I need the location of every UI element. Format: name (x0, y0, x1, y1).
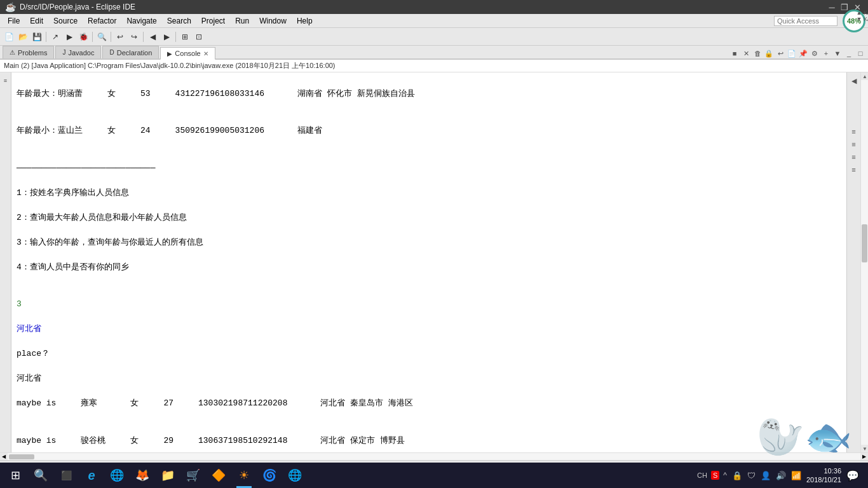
toolbar-search[interactable]: 🔍 (95, 30, 108, 43)
app3-icon: 🌐 (288, 468, 302, 482)
side-btn-1[interactable]: ≡ (0, 75, 11, 86)
side-right-btn-3[interactable]: ≡ (848, 139, 860, 150)
app2-icon: 🌀 (262, 468, 276, 482)
side-right-btn-2[interactable]: ≡ (848, 126, 860, 137)
tab-declaration[interactable]: D Declaration (102, 46, 159, 58)
menu-refactor[interactable]: Refactor (83, 14, 121, 27)
console-minimize[interactable]: _ (844, 48, 854, 58)
tray-ch[interactable]: CH (696, 470, 709, 480)
tray-wifi[interactable]: 📶 (790, 470, 803, 482)
taskbar-edge[interactable]: 🌐 (104, 463, 130, 488)
menu-file[interactable]: File (3, 14, 25, 27)
taskbar-edge-legacy[interactable]: e (79, 463, 104, 488)
console-line: place？ (17, 348, 841, 360)
tab-console[interactable]: ▶ Console ✕ (160, 47, 215, 60)
tray-volume[interactable]: 🔊 (775, 470, 787, 482)
toolbar-layouts[interactable]: ⊡ (193, 30, 205, 43)
search-icon: 🔍 (34, 468, 48, 482)
tray-expand[interactable]: ^ (722, 470, 728, 481)
taskbar-right: CH S ^ 🔒 🛡 👤 🔊 📶 10:36 2018/10/21 💬 (696, 466, 865, 485)
h-scroll-track[interactable] (9, 454, 859, 459)
toolbar-perspectives[interactable]: ⊞ (179, 30, 191, 43)
console-clear[interactable]: 🗑 (752, 48, 763, 58)
app1-icon: 🔶 (212, 468, 226, 482)
console-close2[interactable]: ✕ (741, 48, 751, 58)
toolbar-debug[interactable]: 🐞 (77, 30, 90, 43)
h-scroll-thumb[interactable] (9, 454, 34, 459)
tray-shield[interactable]: 🛡 (746, 470, 757, 482)
notification-button[interactable]: 💬 (845, 468, 860, 483)
tray-icons: CH S ^ 🔒 🛡 👤 🔊 📶 (696, 470, 803, 482)
tray-network[interactable]: 🔒 (731, 470, 743, 482)
tab-console-close[interactable]: ✕ (203, 50, 208, 57)
toolbar-run[interactable]: ▶ (63, 30, 76, 43)
side-right-btn-5[interactable]: ≡ (848, 164, 860, 175)
side-right-btn-1[interactable]: ◀ (848, 75, 860, 86)
taskbar-app2[interactable]: 🌀 (257, 463, 282, 488)
left-side-panel: ≡ (0, 72, 11, 452)
taskbar-app1[interactable]: 🔶 (206, 463, 231, 488)
tray-s[interactable]: S (711, 471, 719, 480)
javadoc-icon: J (62, 49, 65, 56)
taskbar-task-view[interactable]: ⬛ (53, 463, 79, 488)
clock-date: 2018/10/21 (806, 475, 841, 484)
console-scroll-lock[interactable]: 🔒 (764, 48, 774, 58)
scroll-down-arrow[interactable]: ▼ (861, 445, 868, 452)
taskbar-explorer[interactable]: 📁 (155, 463, 180, 488)
tray-users[interactable]: 👤 (759, 470, 772, 482)
console-settings[interactable]: ⚙ (810, 48, 820, 58)
console-line: 年龄最大：明涵蕾 女 53 431227196108033146 湖南省 怀化市… (17, 88, 841, 100)
toolbar-undo[interactable]: ↩ (114, 30, 126, 43)
scroll-thumb[interactable] (862, 224, 867, 262)
toolbar-save[interactable]: 💾 (31, 30, 43, 43)
console-pin[interactable]: 📌 (798, 48, 808, 58)
scroll-up-arrow[interactable]: ▲ (861, 72, 868, 80)
taskbar-app3[interactable]: 🌐 (282, 463, 308, 488)
taskbar-search[interactable]: 🔍 (28, 463, 53, 488)
tab-javadoc-label: Javadoc (68, 49, 94, 57)
tab-javadoc[interactable]: J Javadoc (55, 46, 101, 58)
menu-navigate[interactable]: Navigate (121, 14, 161, 27)
console-maximize[interactable]: □ (855, 48, 865, 58)
horizontal-scrollbar[interactable]: ◀ ▶ (0, 452, 868, 460)
menu-project[interactable]: Project (196, 14, 230, 27)
console-line-province: 河北省 (17, 323, 841, 336)
menu-search[interactable]: Search (162, 14, 196, 27)
breadcrumb: Main (2) [Java Application] C:\Program F… (0, 60, 868, 72)
toolbar-new[interactable]: 📄 (3, 30, 15, 43)
task-view-icon: ⬛ (61, 470, 72, 480)
vertical-scrollbar[interactable]: ▲ ▼ (860, 72, 868, 452)
taskbar-clock[interactable]: 10:36 2018/10/21 (806, 466, 841, 485)
scroll-left-arrow[interactable]: ◀ (0, 453, 8, 461)
console-view-menu[interactable]: ▼ (832, 48, 843, 58)
taskbar-firefox[interactable]: 🦊 (130, 463, 155, 488)
toolbar-redo[interactable]: ↪ (128, 30, 140, 43)
menu-window[interactable]: Window (254, 14, 292, 27)
taskbar-eclipse[interactable]: ☀ (231, 463, 257, 488)
scroll-right-arrow[interactable]: ▶ (860, 453, 868, 461)
toolbar-prev[interactable]: ◀ (146, 30, 159, 43)
taskbar-store[interactable]: 🛒 (180, 463, 206, 488)
quick-access-input[interactable] (774, 16, 837, 26)
side-right-btn-4[interactable]: ≡ (848, 151, 860, 163)
console-word-wrap[interactable]: ↩ (775, 48, 785, 58)
console-terminate[interactable]: ■ (729, 48, 740, 58)
menu-source[interactable]: Source (48, 14, 83, 27)
start-button[interactable]: ⊞ (3, 463, 28, 488)
tab-problems[interactable]: ⚠ Problems (3, 46, 54, 58)
toolbar-cursor[interactable]: ↗ (49, 30, 62, 43)
clock-time: 10:36 (806, 466, 841, 475)
console-new[interactable]: + (821, 48, 831, 58)
console-area[interactable]: 年龄最大：明涵蕾 女 53 431227196108033146 湖南省 怀化市… (11, 72, 846, 452)
right-side-panel: ◀ ≡ ≡ ≡ ≡ (846, 72, 860, 452)
console-open-file[interactable]: 📄 (787, 48, 797, 58)
menu-help[interactable]: Help (292, 14, 318, 27)
console-line: maybe is 骏谷桃 女 29 130637198510292148 河北省… (17, 435, 841, 447)
toolbar-open[interactable]: 📂 (17, 30, 29, 43)
console-line: 4：查询人员中是否有你的同乡 (17, 261, 841, 274)
toolbar-next[interactable]: ▶ (160, 30, 173, 43)
minimize-button[interactable]: ─ (826, 1, 837, 13)
tab-problems-label: Problems (18, 49, 47, 57)
menu-run[interactable]: Run (230, 14, 254, 27)
menu-edit[interactable]: Edit (25, 14, 48, 27)
